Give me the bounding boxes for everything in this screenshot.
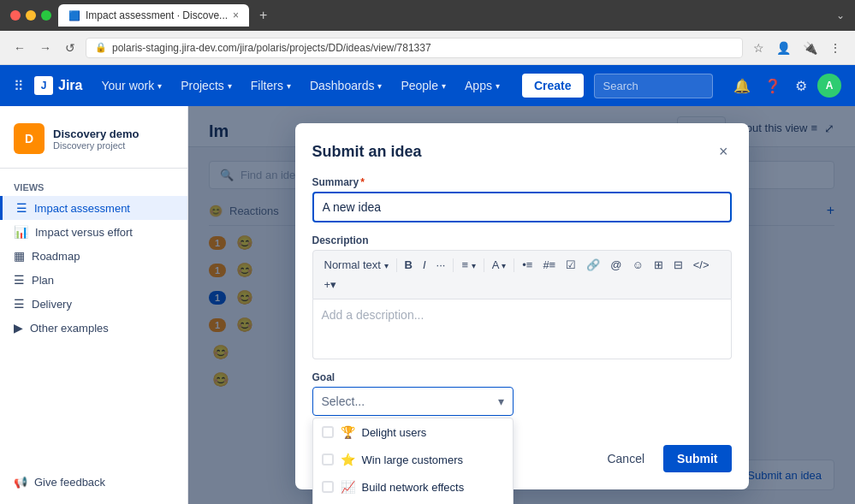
address-text: polaris-staging.jira-dev.com/jira/polari… <box>112 42 431 54</box>
grid-icon[interactable]: ⠿ <box>14 78 24 94</box>
build-network-icon: 📈 <box>341 480 355 494</box>
new-tab-button[interactable]: + <box>259 8 267 23</box>
views-label: VIEWS <box>0 175 187 196</box>
nav-apps[interactable]: Apps ▾ <box>456 74 508 98</box>
numbered-list-button[interactable]: #≡ <box>538 256 560 274</box>
sidebar-feedback[interactable]: 📢 Give feedback <box>0 471 187 494</box>
jira-logo[interactable]: J Jira <box>34 76 82 95</box>
nav-dashboards[interactable]: Dashboards ▾ <box>301 74 391 98</box>
address-bar[interactable]: 🔒 polaris-staging.jira-dev.com/jira/pola… <box>86 38 743 58</box>
goal-option-differentiate[interactable]: 🌿 Differentiate <box>313 501 513 504</box>
profile-button[interactable]: 👤 <box>773 38 794 58</box>
settings-icon[interactable]: ⚙ <box>792 74 810 98</box>
people-dropdown-arrow: ▾ <box>442 81 446 91</box>
roadmap-icon: ▦ <box>14 249 25 263</box>
sidebar-item-delivery[interactable]: ☰ Delivery <box>0 292 187 316</box>
jira-logo-text: Jira <box>58 78 82 93</box>
emoji-toolbar-button[interactable]: ☺ <box>627 256 647 274</box>
goal-dropdown-arrow: ▾ <box>498 394 504 408</box>
yourwork-dropdown-arrow: ▾ <box>157 81 162 91</box>
help-icon[interactable]: ❓ <box>761 74 785 98</box>
sidebar-item-label: Delivery <box>32 298 72 311</box>
sidebar-item-roadmap[interactable]: ▦ Roadmap <box>0 244 187 268</box>
description-placeholder: Add a description... <box>322 308 425 322</box>
toolbar-separator-3 <box>484 258 484 272</box>
text-color-button[interactable]: A ▾ <box>488 256 511 274</box>
bullet-list-button[interactable]: •≡ <box>518 256 537 274</box>
dot-yellow[interactable] <box>26 10 36 21</box>
align-button[interactable]: ≡ ▾ <box>457 256 479 274</box>
submit-button[interactable]: Submit <box>663 445 731 472</box>
user-avatar[interactable]: A <box>817 74 841 98</box>
nav-filters[interactable]: Filters ▾ <box>242 74 300 98</box>
goal-option-win-customers[interactable]: ⭐ Win large customers <box>313 446 513 473</box>
toolbar-separator-4 <box>514 258 514 272</box>
task-list-button[interactable]: ☑ <box>561 256 580 274</box>
mention-button[interactable]: @ <box>606 256 626 274</box>
impact-assessment-icon: ☰ <box>16 201 27 215</box>
sidebar-item-impact-assessment[interactable]: ☰ Impact assessment <box>0 196 187 220</box>
tab-close-button[interactable]: × <box>233 9 239 21</box>
search-input[interactable] <box>594 74 713 98</box>
browser-actions: ☆ 👤 🔌 ⋮ <box>750 38 845 58</box>
apps-dropdown-arrow: ▾ <box>496 81 500 91</box>
more-button[interactable]: ⋮ <box>826 38 845 58</box>
nav-projects[interactable]: Projects ▾ <box>172 74 240 98</box>
browser-dots <box>10 10 51 21</box>
more-text-button[interactable]: ··· <box>432 256 450 274</box>
nav-reload-button[interactable]: ↺ <box>62 38 79 58</box>
submit-idea-modal: Submit an idea × Summary* Description <box>295 123 749 489</box>
goal-impact-row: Goal Select... ▾ 🏆 Delight users <box>312 371 732 428</box>
jira-logo-icon: J <box>34 76 53 95</box>
nav-people[interactable]: People ▾ <box>392 74 454 98</box>
nav-yourwork[interactable]: Your work ▾ <box>92 74 170 98</box>
dot-green[interactable] <box>41 10 51 21</box>
table-button[interactable]: ⊞ <box>650 256 668 274</box>
columns-button[interactable]: ⊟ <box>669 256 687 274</box>
link-button[interactable]: 🔗 <box>582 256 604 274</box>
cancel-button[interactable]: Cancel <box>595 445 656 472</box>
modal-close-button[interactable]: × <box>715 140 732 163</box>
goal-option-label: Delight users <box>362 426 427 439</box>
sidebar-item-other-examples[interactable]: ▶ Other examples <box>0 316 187 340</box>
appbar-icons: 🔔 ❓ ⚙ A <box>730 74 841 98</box>
browser-nav: ← → ↺ 🔒 polaris-staging.jira-dev.com/jir… <box>0 31 855 65</box>
jira-nav: Your work ▾ Projects ▾ Filters ▾ Dashboa… <box>92 74 508 98</box>
goal-option-delight-users[interactable]: 🏆 Delight users <box>313 418 513 446</box>
sidebar-item-impact-effort[interactable]: 📊 Impact versus effort <box>0 220 187 244</box>
other-examples-expand-icon: ▶ <box>14 321 23 335</box>
nav-back-button[interactable]: ← <box>10 38 29 58</box>
description-area[interactable]: Add a description... <box>312 299 732 359</box>
italic-button[interactable]: I <box>419 256 430 274</box>
extension-button[interactable]: 🔌 <box>799 38 821 58</box>
goal-label: Goal <box>312 371 514 383</box>
jira-search <box>594 74 713 98</box>
insert-more-button[interactable]: +▾ <box>320 276 341 294</box>
page-content: Im Share About this view ≡ ⤢ 🔍 Find an i… <box>188 106 855 504</box>
summary-input[interactable] <box>312 192 732 222</box>
goal-select[interactable]: Select... ▾ <box>312 387 514 416</box>
goal-option-build-network[interactable]: 📈 Build network effects <box>313 473 513 501</box>
modal-title: Submit an idea <box>312 143 422 161</box>
sidebar-item-label: Plan <box>32 274 54 287</box>
sidebar-item-plan[interactable]: ☰ Plan <box>0 268 187 292</box>
bookmark-button[interactable]: ☆ <box>750 38 768 58</box>
filters-dropdown-arrow: ▾ <box>287 81 291 91</box>
notifications-icon[interactable]: 🔔 <box>730 74 754 98</box>
dashboards-dropdown-arrow: ▾ <box>377 81 382 91</box>
goal-field-group: Goal Select... ▾ 🏆 Delight users <box>312 371 514 416</box>
code-button[interactable]: </> <box>689 256 714 274</box>
nav-forward-button[interactable]: → <box>36 38 55 58</box>
project-type: Discovery project <box>53 140 139 151</box>
description-field-group: Description Normal text ▾ B I ··· ≡ ▾ <box>312 234 732 359</box>
toolbar-separator <box>396 258 397 272</box>
browser-maximize[interactable]: ⌄ <box>836 9 845 21</box>
description-toolbar: Normal text ▾ B I ··· ≡ ▾ A ▾ •≡ <box>312 250 732 299</box>
bold-button[interactable]: B <box>401 256 417 274</box>
text-style-button[interactable]: Normal text ▾ <box>320 256 393 274</box>
lock-icon: 🔒 <box>95 42 107 53</box>
create-button[interactable]: Create <box>522 74 584 98</box>
dot-red[interactable] <box>10 10 21 21</box>
browser-tab[interactable]: 🟦 Impact assessment · Discove... × <box>58 4 249 27</box>
main-layout: D Discovery demo Discovery project VIEWS… <box>0 106 855 504</box>
